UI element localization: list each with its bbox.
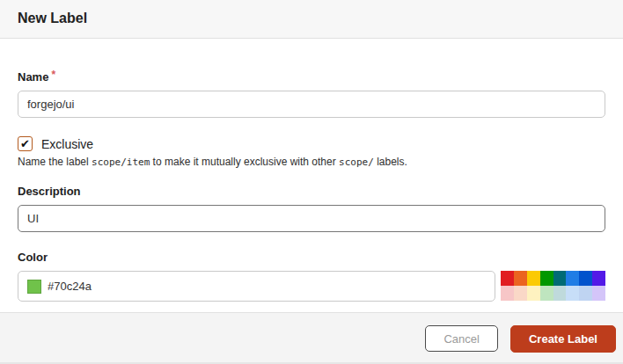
palette-swatch[interactable] — [527, 271, 540, 286]
color-label: Color — [18, 251, 48, 264]
color-hex-input[interactable] — [48, 280, 486, 293]
palette-swatch[interactable] — [501, 286, 514, 301]
palette-swatch[interactable] — [566, 286, 579, 301]
name-field-group: Name* — [18, 69, 605, 118]
palette-swatch[interactable] — [514, 271, 527, 286]
exclusive-checkbox[interactable]: ✔ — [18, 136, 33, 151]
palette-swatch[interactable] — [592, 286, 605, 301]
palette-swatch[interactable] — [592, 271, 605, 286]
palette-swatch[interactable] — [501, 271, 514, 286]
color-field-group: Color — [18, 249, 605, 302]
required-asterisk: * — [51, 69, 55, 81]
color-preview-swatch — [27, 280, 41, 294]
new-label-dialog: New Label Name* ✔ Exclusive Name the lab… — [0, 0, 623, 364]
palette-swatch[interactable] — [527, 286, 540, 301]
palette-swatch[interactable] — [540, 286, 553, 301]
color-row — [18, 271, 605, 302]
description-label: Description — [18, 185, 81, 198]
palette-swatch[interactable] — [566, 271, 579, 286]
exclusive-help-text: Name the label scope/item to make it mut… — [18, 156, 605, 168]
description-field-group: Description — [18, 183, 605, 232]
exclusive-label: Exclusive — [41, 137, 93, 151]
palette-swatch[interactable] — [553, 286, 567, 301]
scope-code: scope/ — [339, 157, 374, 168]
dialog-title: New Label — [18, 11, 605, 26]
checkmark-icon: ✔ — [20, 138, 30, 149]
name-input[interactable] — [18, 91, 605, 118]
create-label-button[interactable]: Create Label — [510, 325, 616, 353]
color-palette — [501, 271, 605, 301]
palette-swatch[interactable] — [579, 286, 592, 301]
exclusive-checkbox-row[interactable]: ✔ Exclusive — [18, 136, 605, 151]
dialog-header: New Label — [0, 0, 623, 39]
cancel-button[interactable]: Cancel — [425, 325, 497, 352]
palette-swatch[interactable] — [540, 271, 553, 286]
dialog-body: Name* ✔ Exclusive Name the label scope/i… — [0, 39, 623, 312]
palette-swatch[interactable] — [514, 286, 527, 301]
palette-swatch[interactable] — [579, 271, 592, 286]
palette-swatch[interactable] — [553, 271, 567, 286]
exclusive-field-group: ✔ Exclusive Name the label scope/item to… — [18, 136, 605, 168]
color-input-wrap[interactable] — [18, 271, 495, 302]
name-label: Name — [18, 70, 48, 84]
scope-item-code: scope/item — [92, 157, 150, 168]
dialog-footer: Cancel Create Label — [0, 312, 623, 364]
description-input[interactable] — [18, 205, 605, 232]
